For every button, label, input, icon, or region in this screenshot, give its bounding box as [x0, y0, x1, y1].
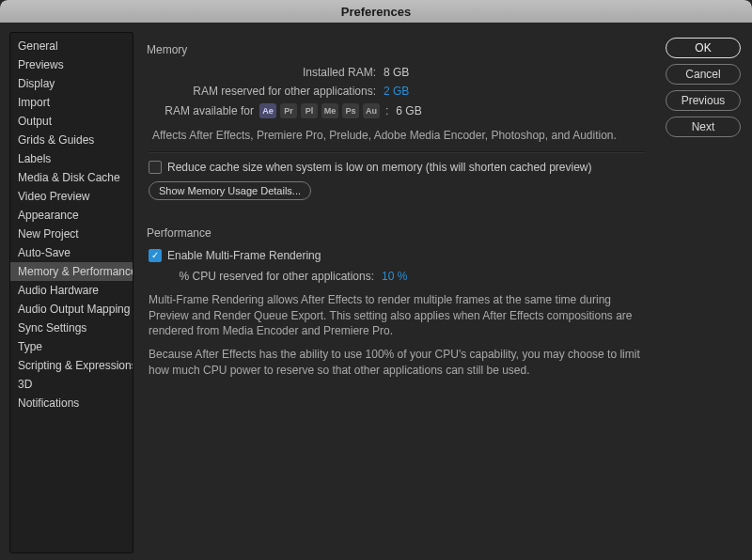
app-icon-pl: Pl [301, 103, 318, 118]
sidebar-item-import[interactable]: Import [10, 93, 133, 112]
sidebar-item-notifications[interactable]: Notifications [10, 394, 133, 412]
content-area: GeneralPreviewsDisplayImportOutputGrids … [0, 23, 752, 560]
sidebar-item-memory-performance[interactable]: Memory & Performance [10, 262, 133, 281]
app-icon-ae: Ae [259, 103, 276, 118]
preferences-sidebar: GeneralPreviewsDisplayImportOutputGrids … [9, 32, 133, 553]
enable-mfr-row: Enable Multi-Frame Rendering [149, 249, 647, 262]
sidebar-item-new-project[interactable]: New Project [10, 225, 133, 243]
sidebar-item-type[interactable]: Type [10, 337, 133, 356]
cancel-button[interactable]: Cancel [666, 64, 741, 85]
installed-ram-value: 8 GB [382, 66, 409, 79]
sidebar-item-previews[interactable]: Previews [10, 55, 133, 74]
memory-divider [149, 151, 645, 153]
sidebar-item-display[interactable]: Display [10, 74, 133, 93]
sidebar-item-media-disk-cache[interactable]: Media & Disk Cache [10, 168, 133, 187]
sidebar-item-audio-output-mapping[interactable]: Audio Output Mapping [10, 300, 133, 319]
main-panel: Memory Installed RAM: 8 GB RAM reserved … [147, 32, 652, 549]
sidebar-item-scripting-expressions[interactable]: Scripting & Expressions [10, 356, 133, 375]
reserved-ram-value[interactable]: 2 GB [382, 85, 409, 98]
available-ram-row: RAM available for AePrPlMePsAu : 6 GB [147, 103, 647, 118]
app-icon-ps: Ps [342, 103, 359, 118]
sidebar-item-sync-settings[interactable]: Sync Settings [10, 319, 133, 337]
sidebar-item-audio-hardware[interactable]: Audio Hardware [10, 281, 133, 300]
app-icon-me: Me [321, 103, 338, 118]
available-ram-label: RAM available for [147, 104, 259, 117]
cpu-reserved-label: % CPU reserved for other applications: [147, 270, 380, 283]
sidebar-item-video-preview[interactable]: Video Preview [10, 187, 133, 206]
sidebar-item-appearance[interactable]: Appearance [10, 206, 133, 225]
reduce-cache-label: Reduce cache size when system is low on … [167, 161, 592, 174]
app-icon-pr: Pr [280, 103, 297, 118]
next-button[interactable]: Next [666, 117, 741, 137]
reduce-cache-row: Reduce cache size when system is low on … [149, 161, 647, 174]
performance-section: Performance Enable Multi-Frame Rendering… [147, 226, 647, 379]
sidebar-item-labels[interactable]: Labels [10, 149, 133, 168]
reserved-ram-row: RAM reserved for other applications: 2 G… [147, 85, 647, 98]
installed-ram-label: Installed RAM: [147, 66, 382, 79]
cpu-reserved-value[interactable]: 10 % [380, 270, 407, 283]
window-title: Preferences [341, 5, 411, 19]
button-column: OK Cancel Previous Next [666, 32, 741, 549]
cpu-reserved-row: % CPU reserved for other applications: 1… [147, 270, 647, 283]
memory-affects-description: Affects After Effects, Premiere Pro, Pre… [152, 128, 647, 144]
sidebar-item-auto-save[interactable]: Auto-Save [10, 243, 133, 262]
app-icons-group: AePrPlMePsAu [259, 103, 380, 118]
reserved-ram-label: RAM reserved for other applications: [147, 85, 382, 98]
sidebar-item-3d[interactable]: 3D [10, 375, 133, 394]
window-titlebar: Preferences [0, 0, 752, 23]
mfr-description-1: Multi-Frame Rendering allows After Effec… [149, 292, 647, 339]
sidebar-item-output[interactable]: Output [10, 112, 133, 131]
performance-heading: Performance [147, 226, 647, 240]
enable-mfr-label: Enable Multi-Frame Rendering [167, 249, 321, 262]
ok-button[interactable]: OK [666, 38, 741, 58]
show-memory-details-button[interactable]: Show Memory Usage Details... [149, 181, 311, 200]
installed-ram-row: Installed RAM: 8 GB [147, 66, 647, 79]
memory-section: Memory Installed RAM: 8 GB RAM reserved … [147, 43, 647, 200]
memory-heading: Memory [147, 43, 647, 56]
enable-mfr-checkbox[interactable] [149, 249, 162, 262]
sidebar-item-grids-guides[interactable]: Grids & Guides [10, 131, 133, 149]
sidebar-item-general[interactable]: General [10, 37, 133, 55]
mfr-description-2: Because After Effects has the ability to… [149, 347, 647, 379]
reduce-cache-checkbox[interactable] [149, 161, 162, 174]
app-icon-au: Au [363, 103, 380, 118]
colon-separator: : [385, 104, 388, 117]
previous-button[interactable]: Previous [666, 90, 741, 111]
available-ram-value: 6 GB [394, 104, 421, 117]
